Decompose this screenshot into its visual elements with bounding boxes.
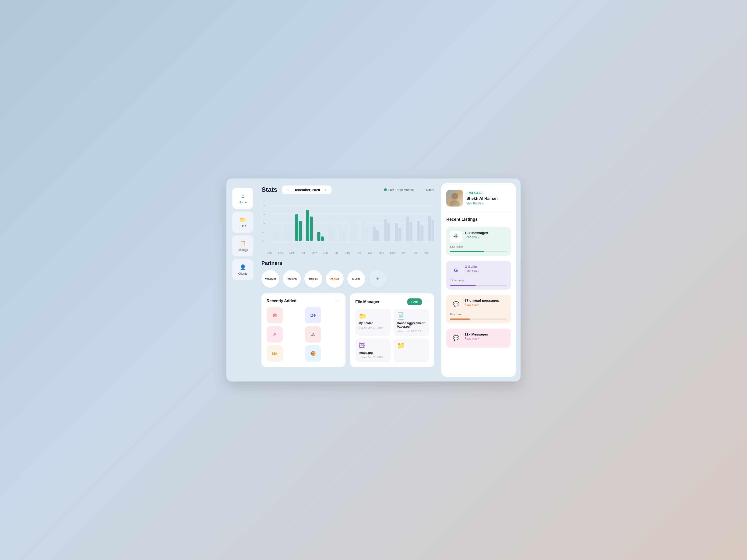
- legend-label-offers: Offers: [426, 188, 434, 192]
- x-label-mar2: Mar: [421, 251, 432, 255]
- svg-rect-12: [284, 225, 287, 241]
- x-label-jan2: Jan: [398, 251, 409, 255]
- svg-rect-33: [398, 228, 401, 241]
- app-icon-asterisk[interactable]: ✳: [266, 326, 283, 343]
- sidebar-item-files[interactable]: 📁 Files: [232, 212, 253, 233]
- current-date: December, 2020: [291, 188, 322, 192]
- file-name-pdf1: House Aggreement Paper.pdf: [397, 321, 426, 328]
- listing-messages2-link[interactable]: Read now ›: [465, 337, 479, 340]
- svg-rect-25: [354, 225, 357, 241]
- listing-slack-sub: Last Month: [450, 245, 507, 248]
- date-nav: ‹ December, 2020 ›: [282, 186, 331, 194]
- partner-zapier[interactable]: zapier: [326, 270, 344, 288]
- app-icon-foursquare[interactable]: ⊠: [266, 307, 283, 323]
- x-label-jan: Jan: [264, 251, 275, 255]
- svg-rect-23: [343, 230, 346, 241]
- sidebar-item-listings[interactable]: 📋 Listings: [232, 235, 253, 257]
- file-date-image1: created Jun 23, 2019: [359, 356, 387, 358]
- file-manager-card: File Manager + Add ··· 📁 My Folder creat…: [350, 293, 434, 367]
- svg-rect-26: [362, 222, 365, 241]
- listing-slack-progress-fill: [450, 251, 484, 252]
- sidebar-item-clients-label: Clients: [238, 272, 248, 275]
- legend-dot-green: [384, 188, 387, 191]
- svg-rect-17: [310, 216, 313, 241]
- view-profile-link[interactable]: View Profile ›: [466, 202, 498, 205]
- listing-slack-info: 12k Messages Read now ›: [465, 231, 507, 239]
- app-icon-mailchimp[interactable]: 🐵: [305, 345, 321, 362]
- x-label-mar: Mar: [286, 251, 298, 255]
- recently-added-title: Recently Added: [266, 299, 297, 303]
- sidebar-item-home[interactable]: ⌂ Home: [232, 188, 253, 209]
- profile-name: Shekh Al Raihan: [466, 196, 498, 201]
- svg-rect-30: [384, 219, 387, 241]
- listing-slack-name: 12k Messages: [465, 231, 507, 235]
- x-label-apr: Apr: [298, 251, 309, 255]
- recently-added-more-button[interactable]: ···: [335, 298, 340, 303]
- file-item-folder1[interactable]: 📁 My Folder created Jun 23, 2019: [355, 309, 391, 336]
- listing-messages2-name: 12k Messages: [465, 332, 507, 336]
- sidebar-item-clients[interactable]: 👤 Clients: [232, 259, 253, 280]
- file-item-pdf1[interactable]: 📄 House Aggreement Paper.pdf created Jun…: [393, 309, 429, 336]
- svg-rect-20: [329, 223, 332, 241]
- legend-oval-offers: [418, 188, 424, 191]
- svg-rect-16: [306, 210, 309, 241]
- partner-gsuite[interactable]: G Suite: [347, 270, 365, 288]
- recently-added-header: Recently Added ···: [266, 298, 340, 303]
- svg-rect-32: [395, 223, 398, 241]
- next-date-button[interactable]: ›: [324, 187, 328, 192]
- svg-rect-11: [277, 232, 280, 241]
- sidebar: ⌂ Home 📁 Files 📋 Listings 👤 Clients: [227, 179, 259, 381]
- avatar: [446, 190, 463, 207]
- listing-messages-progress-bg: [450, 319, 507, 320]
- partner-freeagent[interactable]: freeAgent: [261, 270, 279, 288]
- listing-messages-link[interactable]: Read now ›: [465, 303, 479, 306]
- listing-messages-info: 37 unread messages Read now ›: [465, 298, 507, 306]
- file-more-button[interactable]: ···: [424, 299, 429, 304]
- partner-ofspace[interactable]: ofsp_ce: [304, 270, 322, 288]
- recently-added-grid: ⊠ Bé ✳ ⩕ Bé 🐵: [266, 307, 340, 362]
- home-icon: ⌂: [241, 193, 244, 199]
- sidebar-item-home-label: Home: [239, 201, 247, 204]
- app-icon-behance2[interactable]: Bé: [266, 345, 283, 362]
- prev-date-button[interactable]: ‹: [286, 187, 290, 192]
- sidebar-item-files-label: Files: [239, 224, 246, 228]
- listing-slack-link[interactable]: Read now ›: [465, 235, 479, 239]
- listing-messages-progress-fill: [450, 319, 470, 320]
- stats-header: Stats ‹ December, 2020 › Last Three Mont…: [261, 186, 434, 194]
- file-date-folder1: created Jun 23, 2019: [359, 326, 387, 329]
- svg-rect-19: [321, 236, 324, 241]
- x-label-jul: Jul: [331, 251, 342, 255]
- listings-icon: 📋: [240, 241, 246, 247]
- svg-rect-46: [457, 236, 458, 237]
- x-label-dec: Dec: [387, 251, 398, 255]
- x-label-nov: Nov: [376, 251, 387, 255]
- divider: [446, 212, 511, 212]
- partner-add-button[interactable]: +: [369, 270, 387, 288]
- file-item-folder2[interactable]: 📁: [393, 339, 429, 362]
- x-label-may: May: [309, 251, 320, 255]
- right-panel: 634 Points Shekh Al Raihan View Profile …: [441, 183, 516, 377]
- svg-rect-24: [351, 221, 354, 241]
- file-name-image1: Image.jpg: [359, 351, 387, 354]
- svg-rect-36: [417, 221, 420, 241]
- file-item-image1[interactable]: 🖼 Image.jpg created Jun 23, 2019: [355, 339, 391, 362]
- app-icon-behance[interactable]: Bé: [305, 307, 321, 323]
- points-badge: 634 Points: [466, 191, 484, 195]
- partner-typeform[interactable]: Typeform|: [283, 270, 301, 288]
- listing-gsuite-sub: 23 Accounts: [450, 279, 507, 282]
- app-icon-zendesk[interactable]: ⩕: [305, 326, 321, 343]
- listing-messages-sub: Read now: [450, 313, 507, 316]
- partners-list: freeAgent Typeform| ofsp_ce zapier G Sui…: [261, 270, 434, 288]
- listing-gsuite-link[interactable]: Read now ›: [465, 269, 479, 272]
- stats-chart: 20k 15k 10k 5k 1k: [261, 201, 434, 250]
- image-icon: 🖼: [359, 342, 387, 349]
- listing-messages2-top: 💬 12k Messages Read now ›: [450, 332, 507, 344]
- folder-icon: 📁: [359, 312, 387, 320]
- svg-rect-21: [332, 228, 335, 241]
- listing-gsuite-top: G G Suite Read now ›: [450, 265, 507, 276]
- svg-text:10k: 10k: [261, 222, 265, 224]
- profile-info: 634 Points Shekh Al Raihan View Profile …: [466, 191, 498, 205]
- listing-messages-name: 37 unread messages: [465, 298, 507, 302]
- listing-gsuite-name: G Suite: [465, 265, 507, 269]
- file-add-button[interactable]: + Add: [407, 298, 422, 305]
